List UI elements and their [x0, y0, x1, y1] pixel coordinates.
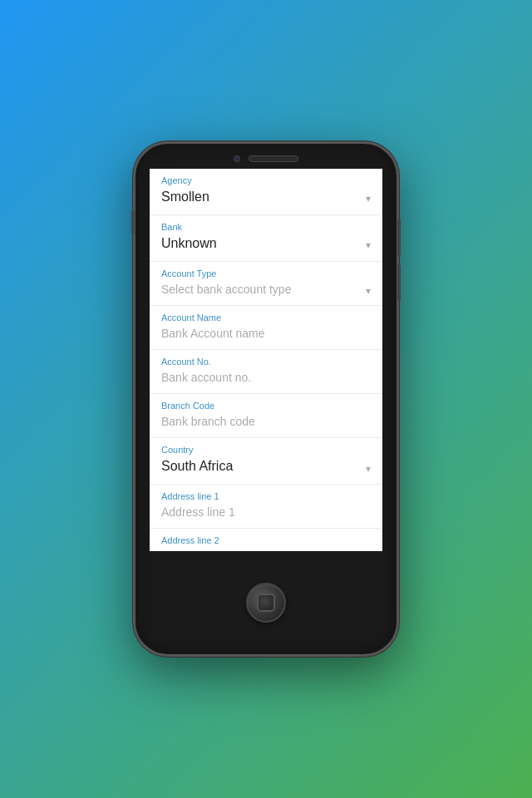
- phone-top-bar: [135, 144, 397, 162]
- home-button[interactable]: [246, 583, 286, 623]
- country-value: South Africa: [161, 458, 233, 479]
- power-button-2: [397, 264, 401, 302]
- account-type-dropdown-arrow: ▾: [366, 285, 371, 297]
- country-dropdown-arrow: ▾: [366, 463, 371, 475]
- account-no-label: Account No.: [161, 357, 371, 367]
- account-name-field[interactable]: Account Name Bank Account name: [150, 306, 382, 350]
- screen: Agency Smollen ▾ Bank Unknown ▾ Account …: [150, 169, 382, 551]
- agency-field[interactable]: Agency Smollen ▾: [150, 169, 382, 215]
- form-container[interactable]: Agency Smollen ▾ Bank Unknown ▾ Account …: [150, 169, 382, 551]
- branch-code-label: Branch Code: [161, 401, 371, 411]
- agency-label: Agency: [161, 175, 371, 185]
- agency-value: Smollen: [161, 189, 209, 209]
- bank-field[interactable]: Bank Unknown ▾: [150, 215, 382, 262]
- address-line2-placeholder: Address line 2: [161, 549, 371, 551]
- address-line1-label: Address line 1: [161, 491, 371, 501]
- bank-label: Bank: [161, 222, 371, 232]
- address-line1-placeholder: Address line 1: [161, 505, 371, 523]
- account-type-field[interactable]: Account Type Select bank account type ▾: [150, 262, 382, 306]
- address-line2-field[interactable]: Address line 2 Address line 2: [150, 529, 382, 551]
- volume-button: [131, 210, 135, 234]
- account-type-dropdown[interactable]: Select bank account type ▾: [161, 282, 371, 300]
- account-type-label: Account Type: [161, 268, 371, 278]
- address-line1-field[interactable]: Address line 1 Address line 1: [150, 485, 382, 529]
- account-name-placeholder: Bank Account name: [161, 326, 371, 344]
- account-name-label: Account Name: [161, 313, 371, 323]
- agency-dropdown[interactable]: Smollen ▾: [161, 189, 371, 209]
- address-line2-label: Address line 2: [161, 535, 371, 545]
- branch-code-field[interactable]: Branch Code Bank branch code: [150, 394, 382, 438]
- account-no-field[interactable]: Account No. Bank account no.: [150, 350, 382, 394]
- account-no-placeholder: Bank account no.: [161, 370, 371, 388]
- home-button-inner: [257, 594, 275, 612]
- country-field[interactable]: Country South Africa ▾: [150, 438, 382, 485]
- agency-dropdown-arrow: ▾: [366, 193, 371, 204]
- country-label: Country: [161, 445, 371, 455]
- phone-frame: Agency Smollen ▾ Bank Unknown ▾ Account …: [133, 141, 399, 657]
- phone-home-area: [135, 551, 397, 654]
- account-type-placeholder: Select bank account type: [161, 282, 291, 300]
- bank-dropdown-arrow: ▾: [366, 239, 371, 251]
- bank-value: Unknown: [161, 235, 217, 256]
- country-dropdown[interactable]: South Africa ▾: [161, 458, 371, 479]
- power-button: [397, 219, 401, 256]
- bank-dropdown[interactable]: Unknown ▾: [161, 235, 371, 256]
- speaker-icon: [249, 155, 298, 162]
- branch-code-placeholder: Bank branch code: [161, 414, 371, 432]
- camera-icon: [234, 155, 240, 162]
